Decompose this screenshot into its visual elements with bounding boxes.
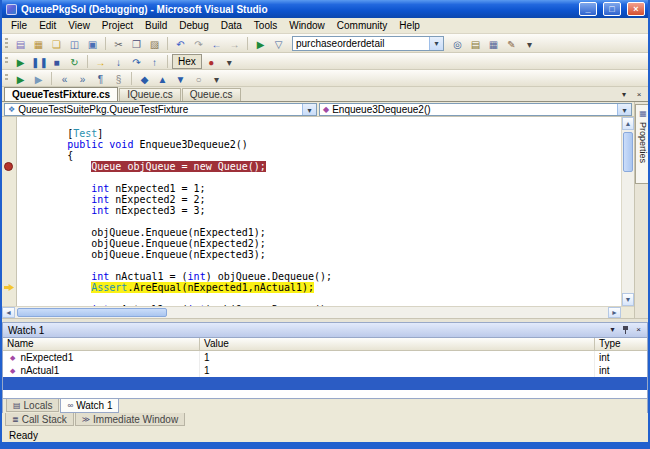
vertical-scroll-track[interactable] <box>622 130 634 293</box>
outdent-icon[interactable]: « <box>56 71 73 86</box>
step-out-icon[interactable]: ↑ <box>146 54 163 69</box>
gutter-line[interactable] <box>2 249 16 260</box>
tab-iqueue-cs[interactable]: IQueue.cs <box>119 88 181 101</box>
toolbar-options-icon[interactable]: ▾ <box>208 71 225 86</box>
column-header-name[interactable]: Name <box>3 338 200 350</box>
gutter-line[interactable] <box>2 216 16 227</box>
code-line[interactable]: int nExpected2 = 2; <box>19 194 621 205</box>
watch-cell-value[interactable] <box>200 377 595 390</box>
code-line[interactable] <box>19 260 621 271</box>
maximize-button[interactable]: □ <box>603 2 621 16</box>
paste-icon[interactable]: ▨ <box>146 36 163 51</box>
members-combobox[interactable]: ◆ Enqueue3Dequeue2() ▾ <box>319 103 632 116</box>
watch-cell-name[interactable] <box>3 377 200 390</box>
tab-queuetestfixture-cs[interactable]: QueueTestFixture.cs <box>4 87 118 101</box>
gutter-line[interactable] <box>2 172 16 183</box>
column-header-value[interactable]: Value <box>200 338 595 350</box>
code-line[interactable]: Queue objQueue = new Queue(); <box>19 161 621 172</box>
menu-community[interactable]: Community <box>331 18 394 33</box>
scroll-down-icon[interactable]: ▼ <box>622 293 634 306</box>
navigate-forward-icon[interactable]: → <box>226 36 243 51</box>
gutter-line[interactable] <box>2 260 16 271</box>
horizontal-scroll-thumb[interactable] <box>17 308 167 317</box>
menu-build[interactable]: Build <box>139 18 173 33</box>
tab-watch-1[interactable]: ∞Watch 1 <box>60 399 119 413</box>
menu-project[interactable]: Project <box>96 18 139 33</box>
gutter-line[interactable] <box>2 238 16 249</box>
menu-window[interactable]: Window <box>283 18 331 33</box>
watch-cell-value[interactable]: 1 <box>200 364 595 377</box>
types-combobox[interactable]: ❖ QueueTestSuitePkg.QueueTestFixture ▾ <box>4 103 317 116</box>
navigate-back-icon[interactable]: ← <box>208 36 225 51</box>
code-line[interactable]: int nExpected3 = 3; <box>19 205 621 216</box>
menu-view[interactable]: View <box>62 18 96 33</box>
scroll-right-icon[interactable]: ► <box>608 307 621 318</box>
menu-file[interactable]: File <box>5 18 33 33</box>
restart-icon[interactable]: ↻ <box>66 54 83 69</box>
gutter-line[interactable] <box>2 183 16 194</box>
dropdown-arrow-icon[interactable]: ▾ <box>617 104 631 115</box>
bookmark-toggle-icon[interactable]: ◆ <box>136 71 153 86</box>
gutter-line[interactable] <box>2 139 16 150</box>
find-icon[interactable]: ◎ <box>449 36 466 51</box>
properties-window-icon[interactable]: ▦ <box>485 36 502 51</box>
code-line[interactable]: Assert.AreEqual(nExpected1,nActual1); <box>19 282 621 293</box>
build-icon[interactable]: ▽ <box>270 36 287 51</box>
code-line[interactable]: { <box>19 150 621 161</box>
step-over-icon[interactable]: ↷ <box>128 54 145 69</box>
watch-cell-value[interactable]: 1 <box>200 351 595 364</box>
code-line[interactable]: int nActual1 = (int) objQueue.Dequeue(); <box>19 271 621 282</box>
column-header-type[interactable]: Type <box>595 338 647 350</box>
gutter-line[interactable] <box>2 293 16 304</box>
close-button[interactable]: × <box>627 2 645 16</box>
breakpoints-window-icon[interactable]: ● <box>203 54 220 69</box>
breakpoint-margin[interactable] <box>2 117 17 306</box>
continue-icon[interactable]: ▶ <box>12 54 29 69</box>
code-line[interactable]: int nExpected1 = 1; <box>19 183 621 194</box>
watch-row[interactable]: ◆nActual11int <box>3 364 647 377</box>
gutter-line[interactable] <box>2 227 16 238</box>
code-line[interactable]: [Test] <box>19 128 621 139</box>
horizontal-scrollbar[interactable]: ◄ ► <box>2 306 634 318</box>
vertical-scrollbar[interactable]: ▲ ▼ <box>621 117 634 306</box>
toolbox-icon[interactable]: ✎ <box>503 36 520 51</box>
code-line[interactable]: objQueue.Enqueue(nExpected1); <box>19 227 621 238</box>
find-combo[interactable]: purchaseorderdetail▾ <box>292 36 444 51</box>
clear-bookmarks-icon[interactable]: ○ <box>190 71 207 86</box>
auto-hide-pin-icon[interactable] <box>619 324 632 336</box>
dropdown-arrow-icon[interactable]: ▾ <box>302 104 316 115</box>
run-all-tests-icon[interactable]: ▶ <box>12 71 29 86</box>
hex-toggle-button[interactable]: Hex <box>172 54 202 69</box>
code-line[interactable] <box>19 216 621 227</box>
save-all-icon[interactable]: ▣ <box>84 36 101 51</box>
copy-icon[interactable]: ❐ <box>128 36 145 51</box>
open-file-icon[interactable]: ❏ <box>48 36 65 51</box>
tab-locals[interactable]: ▤Locals <box>6 399 59 412</box>
gutter-line[interactable] <box>2 150 16 161</box>
code-line[interactable]: objQueue.Enqueue(nExpected2); <box>19 238 621 249</box>
menu-tools[interactable]: Tools <box>248 18 283 33</box>
cut-icon[interactable]: ✂ <box>110 36 127 51</box>
add-new-item-icon[interactable]: ▦ <box>30 36 47 51</box>
minimize-button[interactable]: _ <box>579 2 597 16</box>
gutter-line[interactable] <box>2 117 16 128</box>
redo-icon[interactable]: ↷ <box>190 36 207 51</box>
vertical-scroll-thumb[interactable] <box>623 132 633 172</box>
indent-icon[interactable]: » <box>74 71 91 86</box>
tab-properties[interactable]: ▦ Properties <box>635 104 649 184</box>
code-line[interactable] <box>19 117 621 128</box>
solution-explorer-icon[interactable]: ▤ <box>467 36 484 51</box>
active-files-dropdown-icon[interactable]: ▾ <box>617 88 631 101</box>
code-line[interactable] <box>19 172 621 183</box>
watch-cell-name[interactable]: ◆nActual1 <box>3 364 200 377</box>
undo-icon[interactable]: ↶ <box>172 36 189 51</box>
gutter-line[interactable] <box>2 304 16 306</box>
horizontal-scroll-track[interactable] <box>15 307 608 318</box>
breakpoint-icon[interactable] <box>4 162 13 171</box>
next-bookmark-icon[interactable]: ▼ <box>172 71 189 86</box>
uncomment-icon[interactable]: § <box>110 71 127 86</box>
save-icon[interactable]: ◫ <box>66 36 83 51</box>
gutter-line[interactable] <box>2 194 16 205</box>
menu-edit[interactable]: Edit <box>33 18 62 33</box>
code-line[interactable]: objQueue.Enqueue(nExpected3); <box>19 249 621 260</box>
